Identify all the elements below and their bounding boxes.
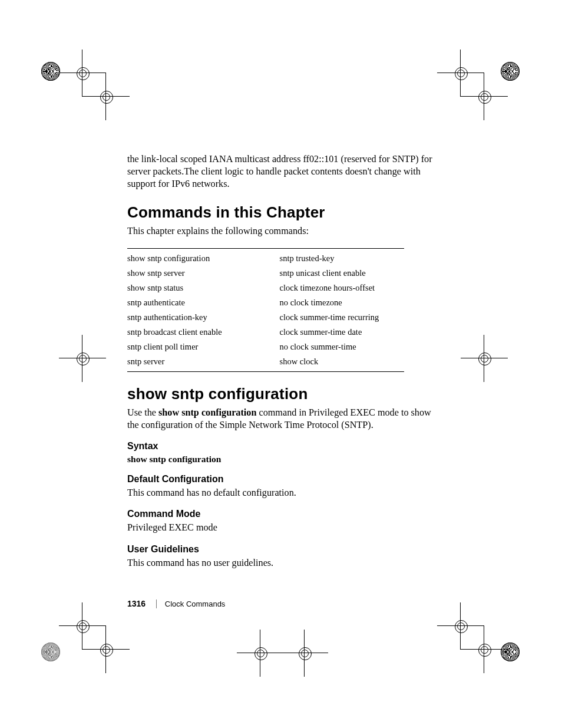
- command-mode-heading: Command Mode: [127, 509, 434, 519]
- registration-mark-icon: [477, 90, 491, 104]
- cmd-left: show sntp status: [127, 281, 280, 295]
- table-row: show sntp configurationsntp trusted-key: [127, 249, 404, 266]
- footer-divider: [156, 599, 157, 608]
- registration-mark-icon: [99, 90, 113, 104]
- commands-chapter-heading: Commands in this Chapter: [127, 203, 434, 222]
- intro-paragraph: the link-local scoped IANA multicast add…: [127, 153, 434, 190]
- cmd-right: clock summer-time recurring: [280, 310, 405, 325]
- cmd-right: no clock summer-time: [280, 340, 405, 354]
- registration-mark-icon: [75, 66, 90, 80]
- chapter-name: Clock Commands: [165, 599, 226, 608]
- lead-cmd: show sntp configuration: [158, 407, 256, 418]
- table-row: show sntp serversntp unicast client enab…: [127, 266, 404, 281]
- rosette-icon: [41, 643, 60, 661]
- cmd-left: show sntp server: [127, 266, 280, 281]
- rosette-icon: [41, 62, 60, 81]
- table-row: sntp authentication-keyclock summer-time…: [127, 310, 404, 325]
- default-config-body: This command has no default configuratio…: [127, 487, 434, 499]
- command-mode-body: Privileged EXEC mode: [127, 522, 434, 534]
- registration-mark-icon: [477, 351, 491, 365]
- page-body: the link-local scoped IANA multicast add…: [127, 153, 434, 578]
- cmd-right: no clock timezone: [280, 295, 405, 310]
- default-config-heading: Default Configuration: [127, 474, 434, 485]
- cmd-left: sntp server: [127, 354, 280, 372]
- table-row: sntp servershow clock: [127, 354, 404, 372]
- registration-mark-icon: [75, 351, 90, 365]
- user-guidelines-body: This command has no user guidelines.: [127, 557, 434, 569]
- show-sntp-heading: show sntp configuration: [127, 385, 434, 403]
- cmd-left: sntp client poll timer: [127, 340, 280, 354]
- cmd-left: sntp authenticate: [127, 295, 280, 310]
- rosette-icon: [501, 62, 520, 81]
- registration-mark-icon: [477, 643, 491, 657]
- table-row: sntp broadcast client enableclock summer…: [127, 325, 404, 340]
- rosette-icon: [501, 643, 520, 661]
- registration-mark-icon: [99, 643, 113, 657]
- cmd-right: sntp trusted-key: [280, 249, 405, 266]
- table-row: sntp authenticateno clock timezone: [127, 295, 404, 310]
- cmd-right: show clock: [280, 354, 405, 372]
- registration-mark-icon: [75, 619, 90, 633]
- page-number: 1316: [127, 599, 146, 608]
- registration-mark-icon: [454, 66, 468, 80]
- cmd-left: sntp broadcast client enable: [127, 325, 280, 340]
- cmd-left: sntp authentication-key: [127, 310, 280, 325]
- cmd-right: clock timezone hours-offset: [280, 281, 405, 295]
- commands-table: show sntp configurationsntp trusted-key …: [127, 248, 404, 372]
- user-guidelines-heading: User Guidelines: [127, 544, 434, 555]
- show-sntp-lead: Use the show sntp configuration command …: [127, 407, 434, 431]
- registration-mark-icon: [253, 646, 267, 660]
- table-row: sntp client poll timerno clock summer-ti…: [127, 340, 404, 354]
- cmd-left: show sntp configuration: [127, 249, 280, 266]
- cmd-right: clock summer-time date: [280, 325, 405, 340]
- commands-chapter-lead: This chapter explains the following comm…: [127, 225, 434, 238]
- cmd-right: sntp unicast client enable: [280, 266, 405, 281]
- table-row: show sntp statusclock timezone hours-off…: [127, 281, 404, 295]
- registration-mark-icon: [297, 646, 312, 660]
- registration-mark-icon: [454, 619, 468, 633]
- lead-pre: Use the: [127, 407, 158, 418]
- syntax-heading: Syntax: [127, 441, 434, 452]
- syntax-command: show sntp configuration: [127, 454, 434, 465]
- page-footer: 1316 Clock Commands: [127, 599, 225, 608]
